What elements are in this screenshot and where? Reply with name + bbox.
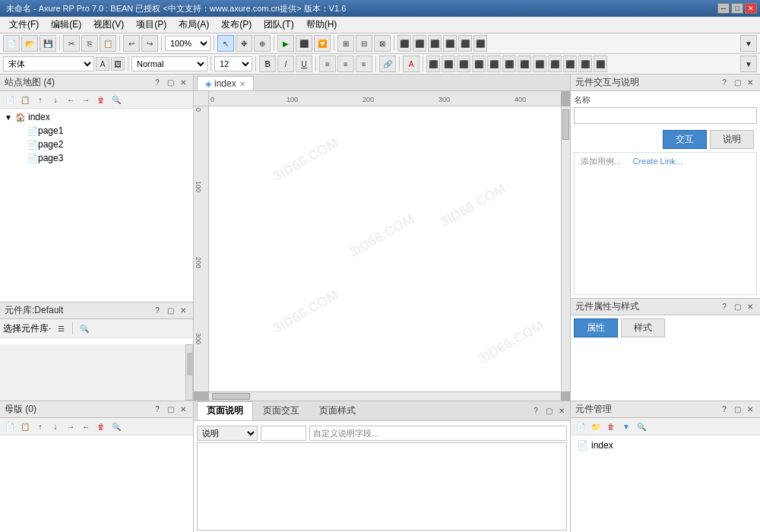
text-center[interactable]: ≡ — [337, 55, 354, 72]
format-btn-4[interactable]: ⬛ — [472, 55, 486, 72]
align-right[interactable]: ⬛ — [428, 35, 442, 52]
interaction-tab-btn[interactable]: 交互 — [663, 130, 707, 149]
align-top[interactable]: ⬛ — [443, 35, 457, 52]
guide-button[interactable]: ⊟ — [356, 35, 372, 52]
description-field-name[interactable] — [261, 426, 306, 441]
menu-publish[interactable]: 发布(P) — [215, 17, 258, 33]
master-add-page[interactable]: 📄 — [3, 420, 17, 433]
component-expand-icon[interactable]: ▢ — [732, 404, 743, 415]
snap-button[interactable]: ⊠ — [374, 35, 391, 52]
close-button[interactable]: ✕ — [745, 3, 757, 14]
menu-layout[interactable]: 布局(A) — [173, 17, 215, 33]
menu-edit[interactable]: 编辑(E) — [45, 17, 87, 33]
component-search[interactable]: 🔍 — [635, 420, 648, 433]
menu-team[interactable]: 团队(T) — [258, 17, 299, 33]
grid-button[interactable]: ⊞ — [337, 35, 354, 52]
menu-help[interactable]: 帮助(H) — [300, 17, 344, 33]
tree-item-index[interactable]: ▼ 🏠 index — [2, 110, 192, 124]
scrollbar-v-thumb[interactable] — [562, 109, 569, 140]
canvas-tab-index[interactable]: ◈ index ✕ — [197, 76, 254, 90]
format-btn-3[interactable]: ⬛ — [457, 55, 470, 72]
font-size-select[interactable]: 12 14 16 18 24 — [214, 56, 252, 71]
canvas-tab-close[interactable]: ✕ — [239, 80, 245, 88]
property-close-icon[interactable]: ✕ — [745, 302, 755, 312]
scrollbar-h-thumb[interactable] — [212, 393, 250, 400]
format-btn-10[interactable]: ⬛ — [563, 55, 577, 72]
component-help-icon[interactable]: ? — [719, 404, 730, 415]
master-delete[interactable]: 🗑 — [94, 420, 108, 433]
master-move-forward[interactable]: → — [64, 420, 78, 433]
format-btn-12[interactable]: ⬛ — [594, 55, 607, 72]
new-button[interactable]: 📄 — [3, 35, 20, 52]
tab-page-style[interactable]: 页面样式 — [309, 401, 366, 420]
master-close-icon[interactable]: ✕ — [178, 404, 188, 415]
crop-tool[interactable]: ⊕ — [254, 35, 271, 52]
font-color-button[interactable]: A — [403, 55, 420, 72]
menu-file[interactable]: 文件(F) — [3, 17, 45, 33]
format-btn-5[interactable]: ⬛ — [487, 55, 501, 72]
format-btn-11[interactable]: ⬛ — [578, 55, 592, 72]
master-move-up[interactable]: ↑ — [33, 420, 47, 433]
master-add-child[interactable]: 📋 — [18, 420, 32, 433]
bottom-expand-icon[interactable]: ▢ — [543, 406, 554, 416]
align-center[interactable]: ⬛ — [413, 35, 426, 52]
format-btn-1[interactable]: ⬛ — [426, 55, 440, 72]
bold-button[interactable]: B — [259, 55, 276, 72]
description-tab-btn[interactable]: 说明 — [710, 130, 754, 149]
bottom-close-icon[interactable]: ✕ — [556, 406, 567, 416]
maximize-button[interactable]: □ — [731, 3, 743, 14]
sitemap-expand-icon[interactable]: ▢ — [165, 78, 176, 88]
component-delete[interactable]: 🗑 — [604, 420, 618, 433]
interaction-hint[interactable]: 添加用例... — [578, 155, 624, 167]
tb2-more[interactable]: ▼ — [740, 55, 757, 72]
sitemap-move-left[interactable]: ← — [64, 93, 78, 106]
more-options[interactable]: ▼ — [740, 35, 757, 52]
text-left[interactable]: ≡ — [319, 55, 336, 72]
widget-close-icon[interactable]: ✕ — [178, 306, 188, 316]
master-expand-icon[interactable]: ▢ — [165, 404, 176, 415]
menu-view[interactable]: 视图(V) — [87, 17, 130, 33]
style-tab-btn[interactable]: 样式 — [621, 318, 665, 337]
format-btn-2[interactable]: ⬛ — [442, 55, 455, 72]
component-filter[interactable]: ▼ — [619, 420, 633, 433]
master-search[interactable]: 🔍 — [109, 420, 123, 433]
interaction-expand-icon[interactable]: ▢ — [732, 78, 743, 88]
component-add[interactable]: 📄 — [574, 420, 587, 433]
tree-item-page2[interactable]: 📄 page2 — [15, 138, 192, 151]
tree-expander-index[interactable]: ▼ — [5, 113, 14, 122]
component-add-folder[interactable]: 📁 — [589, 420, 603, 433]
text-right[interactable]: ≡ — [356, 55, 372, 72]
interaction-help-icon[interactable]: ? — [719, 78, 730, 88]
description-placeholder[interactable] — [309, 426, 567, 441]
open-button[interactable]: 📂 — [21, 35, 38, 52]
format-btn-7[interactable]: ⬛ — [518, 55, 531, 72]
copy-button[interactable]: ⎘ — [81, 35, 98, 52]
font-family-select[interactable]: 宋体 微软雅黑 Arial — [3, 56, 94, 71]
redo-button[interactable]: ↪ — [141, 35, 158, 52]
style-select[interactable]: Normal Heading 1 Heading 2 Heading 3 — [131, 56, 207, 71]
paste-button[interactable]: 📋 — [100, 35, 116, 52]
save-button[interactable]: 💾 — [40, 35, 56, 52]
property-tab-btn[interactable]: 属性 — [574, 318, 618, 337]
tab-page-interaction[interactable]: 页面交互 — [253, 401, 309, 420]
format-btn-6[interactable]: ⬛ — [502, 55, 516, 72]
cut-button[interactable]: ✂ — [63, 35, 80, 52]
link-button[interactable]: 🔗 — [379, 55, 396, 72]
scrollbar-vertical[interactable] — [561, 106, 570, 391]
sitemap-add-page[interactable]: 📄 — [3, 93, 17, 106]
widget-help-icon[interactable]: ? — [152, 306, 163, 316]
property-expand-icon[interactable]: ▢ — [732, 302, 743, 312]
sitemap-move-down[interactable]: ↓ — [49, 93, 62, 106]
menu-project[interactable]: 项目(P) — [130, 17, 173, 33]
widget-menu-icon[interactable]: ☰ — [54, 321, 68, 335]
minimize-button[interactable]: ─ — [717, 3, 730, 14]
interaction-close-icon[interactable]: ✕ — [745, 78, 755, 88]
widget-search-btn[interactable]: 🔍 — [78, 321, 91, 335]
italic-button[interactable]: I — [277, 55, 294, 72]
publish-dropdown[interactable]: 🔽 — [314, 35, 331, 52]
sitemap-move-right[interactable]: → — [79, 93, 93, 106]
master-help-icon[interactable]: ? — [152, 404, 163, 415]
description-textarea[interactable] — [197, 442, 567, 530]
undo-button[interactable]: ↩ — [123, 35, 140, 52]
master-move-back[interactable]: ← — [79, 420, 93, 433]
